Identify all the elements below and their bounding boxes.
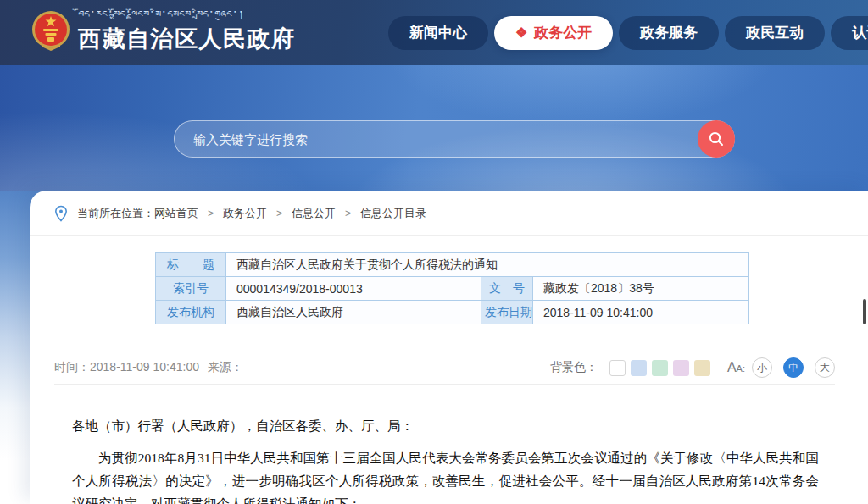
search-button[interactable] xyxy=(698,120,735,158)
table-row-index: 索引号 000014349/2018-00013 文 号 藏政发〔2018〕38… xyxy=(156,277,749,301)
article-body: 各地（市）行署（人民政府），自治区各委、办、厅、局： 为贯彻2018年8月31日… xyxy=(72,414,819,504)
breadcrumb-item-gov-open[interactable]: 政务公开 xyxy=(223,206,267,221)
font-size-connector xyxy=(772,368,783,368)
doc-number-label: 文 号 xyxy=(481,277,533,301)
publish-date-label: 发布日期 xyxy=(481,301,533,324)
issuing-agency-label: 发布机构 xyxy=(156,301,226,324)
nav-tab-public-interaction[interactable]: 政民互动 xyxy=(725,16,825,50)
index-number-label: 索引号 xyxy=(156,277,226,301)
title-label: 标 题 xyxy=(156,253,226,277)
font-size-connector xyxy=(804,368,815,368)
source-label: 来源： xyxy=(208,360,243,374)
site-title-tibetan: བོད་རང་སྐྱོང་ལྗོངས་མི་དམངས་སྲིད་གཞུང་། xyxy=(78,8,296,22)
breadcrumb-prefix: 当前所在位置： xyxy=(77,206,154,221)
article-salutation: 各地（市）行署（人民政府），自治区各委、办、厅、局： xyxy=(72,414,819,437)
breadcrumb-item-info-open[interactable]: 信息公开 xyxy=(292,206,336,221)
vertical-scrollbar-thumb[interactable] xyxy=(863,299,866,324)
nav-tab-label: 政务公开 xyxy=(534,16,592,50)
time-source-line: 时间：2018-11-09 10:41:00 来源： xyxy=(54,360,243,375)
display-controls: 背景色： AA: 小 中 大 xyxy=(550,357,835,378)
knot-icon: ❖ xyxy=(515,26,527,40)
breadcrumb-separator: > xyxy=(208,208,214,219)
article-paragraph: 为贯彻2018年8月31日中华人民共和国第十三届全国人民代表大会常务委员会第五次… xyxy=(72,446,819,504)
font-size-icon: AA: xyxy=(727,360,745,375)
nav-tab-label: 认识西藏 xyxy=(852,16,868,50)
document-info-table: 标 题 西藏自治区人民政府关于贯彻个人所得税法的通知 索引号 000014349… xyxy=(155,252,749,324)
site-identity: བོད་རང་སྐྱོང་ལྗོངས་མི་དམངས་སྲིད་གཞུང་། 西… xyxy=(78,8,296,53)
title-value: 西藏自治区人民政府关于贯彻个人所得税法的通知 xyxy=(226,253,749,277)
font-size-selector: 小 中 大 xyxy=(752,357,835,378)
main-navigation: 新闻中心 ❖ 政务公开 政务服务 政民互动 认识西藏 xyxy=(388,16,868,50)
index-number-value: 000014349/2018-00013 xyxy=(226,277,481,301)
search-icon xyxy=(707,130,726,148)
bg-swatch-blue[interactable] xyxy=(631,360,647,376)
site-header: བོད་རང་སྐྱོང་ལྗོངས་མི་དམངས་སྲིད་གཞུང་། 西… xyxy=(0,0,868,65)
breadcrumb-separator: > xyxy=(345,208,351,219)
nav-tab-label: 政民互动 xyxy=(746,16,804,50)
table-row-agency: 发布机构 西藏自治区人民政府 发布日期 2018-11-09 10:41:00 xyxy=(156,301,749,324)
nav-tab-government-services[interactable]: 政务服务 xyxy=(619,16,719,50)
bg-swatch-white[interactable] xyxy=(609,360,626,376)
bg-swatch-pink[interactable] xyxy=(673,360,689,376)
article-meta-bar: 时间：2018-11-09 10:41:00 来源： 背景色： AA: 小 中 … xyxy=(54,355,835,380)
meta-divider xyxy=(54,384,835,385)
national-emblem-logo[interactable] xyxy=(31,9,70,55)
nav-tab-news-center[interactable]: 新闻中心 xyxy=(388,16,488,50)
background-color-label: 背景色： xyxy=(550,360,598,375)
content-card: 当前所在位置： 网站首页 > 政务公开 > 信息公开 > 信息公开目录 标 题 … xyxy=(30,191,868,504)
breadcrumb: 当前所在位置： 网站首页 > 政务公开 > 信息公开 > 信息公开目录 xyxy=(30,191,868,236)
national-emblem-icon xyxy=(31,9,70,52)
font-size-medium-button[interactable]: 中 xyxy=(783,357,804,378)
bg-swatch-tan[interactable] xyxy=(694,360,710,376)
site-title: 西藏自治区人民政府 xyxy=(78,25,296,53)
bg-swatch-green[interactable] xyxy=(652,360,668,376)
nav-tab-label: 新闻中心 xyxy=(409,16,467,50)
nav-tab-government-affairs-open[interactable]: ❖ 政务公开 xyxy=(494,16,613,50)
time-value: 2018-11-09 10:41:00 xyxy=(90,360,199,374)
publish-date-value: 2018-11-09 10:41:00 xyxy=(533,301,749,324)
font-size-small-button[interactable]: 小 xyxy=(752,357,772,378)
breadcrumb-item-info-catalog[interactable]: 信息公开目录 xyxy=(360,206,426,221)
font-size-large-button[interactable]: 大 xyxy=(815,357,835,378)
nav-tab-about-tibet[interactable]: 认识西藏 xyxy=(831,16,868,50)
search-input[interactable] xyxy=(174,120,735,158)
location-pin-icon xyxy=(54,205,68,222)
table-row-title: 标 题 西藏自治区人民政府关于贯彻个人所得税法的通知 xyxy=(156,253,749,277)
time-label: 时间： xyxy=(54,360,90,374)
search-bar xyxy=(174,120,735,158)
doc-number-value: 藏政发〔2018〕38号 xyxy=(533,277,749,301)
breadcrumb-item-home[interactable]: 网站首页 xyxy=(154,206,198,221)
issuing-agency-value: 西藏自治区人民政府 xyxy=(226,301,481,324)
nav-tab-label: 政务服务 xyxy=(640,16,698,50)
breadcrumb-separator: > xyxy=(276,208,282,219)
